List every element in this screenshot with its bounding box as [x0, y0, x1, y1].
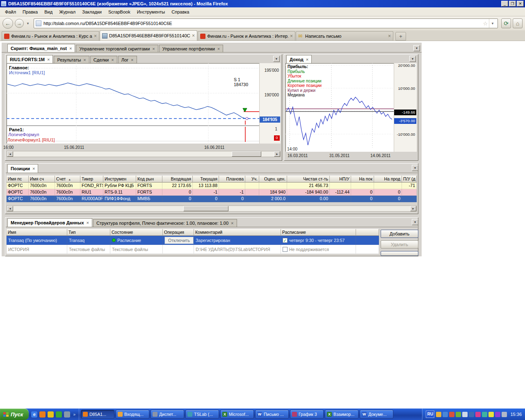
close-button[interactable]: ✕: [517, 1, 524, 7]
menu-item-Закладки[interactable]: Закладки: [79, 8, 105, 16]
tab-close-icon[interactable]: ×: [47, 57, 50, 62]
column-header[interactable]: На пок: [351, 176, 374, 183]
column-header[interactable]: Имя: [7, 229, 67, 236]
bookmark-star-icon[interactable]: ☆: [482, 21, 489, 27]
delete-provider-button[interactable]: Удалить: [381, 240, 418, 249]
column-header[interactable]: [356, 229, 379, 236]
add-provider-button[interactable]: Добавить: [381, 230, 418, 238]
window-titlebar[interactable]: D85A15DF8546EBBF4B9F0F5510140C6E (изобра…: [0, 0, 525, 7]
tslab-tab[interactable]: Управление портфелями×: [159, 45, 224, 52]
tab-close-icon[interactable]: ×: [94, 33, 97, 39]
column-header[interactable]: П/У (д: [402, 176, 417, 183]
menu-item-Справка[interactable]: Справка: [168, 8, 192, 16]
providers-tab-overflow-icon[interactable]: ▼: [412, 219, 418, 225]
tslab-tab[interactable]: RIU1:FORTS:1M×: [7, 55, 53, 64]
tray-firewall-icon[interactable]: [495, 412, 500, 417]
taskbar-button[interactable]: XВзаимор...: [325, 410, 358, 419]
start-button[interactable]: Пуск: [0, 409, 29, 420]
menu-item-Вид[interactable]: Вид: [41, 8, 56, 16]
provider-row[interactable]: Transaq (По умолчанию)TransaqРасписаниеО…: [7, 236, 379, 245]
disconnect-button[interactable]: Отключить: [164, 237, 194, 244]
chart-tab-overflow-icon[interactable]: ▼: [273, 56, 280, 62]
provider-row[interactable]: ИСТОРИЯТекстовые файлыТекстовые файлыD:\…: [7, 245, 379, 254]
url-dropdown-icon[interactable]: ▼: [489, 19, 496, 28]
column-header[interactable]: Расписание: [281, 229, 356, 236]
column-header[interactable]: НП/У: [330, 176, 351, 183]
column-header[interactable]: На прод: [374, 176, 402, 183]
history-dropdown-icon[interactable]: ▼: [25, 22, 30, 25]
language-indicator[interactable]: RU: [426, 411, 434, 418]
column-header[interactable]: Чистая ст-ть: [287, 176, 330, 183]
column-header[interactable]: Имя пс: [7, 176, 29, 183]
tslab-tab[interactable]: Структура портфеля, Плечо фактическое: 1…: [93, 219, 237, 227]
tray-network-icon[interactable]: [443, 412, 448, 417]
taskbar-button[interactable]: D85A1...: [81, 410, 114, 419]
tab-close-icon[interactable]: ×: [217, 46, 220, 51]
tab-close-icon[interactable]: ×: [111, 57, 114, 62]
chart-scrollbar[interactable]: ◄ ►: [7, 151, 281, 157]
url-bar[interactable]: http://tslab.comon.ru/D85A15DF8546EBBF4B…: [34, 18, 498, 28]
menu-item-Инструменты[interactable]: Инструменты: [134, 8, 169, 16]
quick-launch-media-icon[interactable]: [56, 411, 62, 418]
column-header[interactable]: Планова: [219, 176, 245, 183]
positions-row[interactable]: ФОРТС7600c0n7600c0nRIU1RTS-9.11FORTS0-1-…: [7, 189, 417, 196]
column-header[interactable]: Входящая: [162, 176, 193, 183]
tray-update-icon[interactable]: [456, 412, 461, 417]
column-header[interactable]: Состояние: [110, 229, 163, 236]
tslab-tab[interactable]: Управление торговлей скриптами×: [76, 45, 158, 52]
tab-close-icon[interactable]: ×: [152, 46, 155, 51]
menu-item-Файл[interactable]: Файл: [2, 8, 19, 16]
scroll-left-icon[interactable]: ◄: [7, 206, 13, 211]
quick-launch-mail-icon[interactable]: [48, 411, 54, 418]
menu-item-ScrapBook[interactable]: ScrapBook: [105, 8, 134, 16]
menu-item-Журнал[interactable]: Журнал: [56, 8, 79, 16]
tab-overflow-icon[interactable]: ▼: [413, 45, 420, 51]
tslab-tab[interactable]: Доход×: [286, 55, 312, 64]
column-header[interactable]: Инструмен: [103, 176, 136, 183]
schedule-checkbox[interactable]: ✓: [283, 238, 288, 243]
taskbar-button[interactable]: Входящ...: [116, 410, 149, 419]
browser-tab[interactable]: Финам.ru - Рынок и Аналитика : Интер...×: [198, 31, 295, 41]
back-button[interactable]: ←: [2, 18, 13, 29]
tray-display-icon[interactable]: [469, 412, 474, 417]
tab-close-icon[interactable]: ×: [388, 33, 391, 39]
tray-sync-icon[interactable]: [482, 412, 487, 417]
reload-button[interactable]: ⟳: [501, 18, 511, 28]
tab-close-icon[interactable]: ×: [131, 57, 133, 62]
partial-button[interactable]: [381, 251, 418, 256]
tray-agent-icon[interactable]: [475, 412, 481, 417]
quick-launch-firefox-icon[interactable]: [39, 411, 46, 418]
tslab-tab[interactable]: Результаты×: [54, 56, 89, 64]
column-header[interactable]: Операция: [163, 229, 194, 236]
taskbar-button[interactable]: WПисьмо ...: [255, 410, 289, 419]
quick-launch-desktop-icon[interactable]: [64, 411, 70, 418]
tray-mail-icon[interactable]: [436, 412, 441, 417]
url-text[interactable]: http://tslab.comon.ru/D85A15DF8546EBBF4B…: [43, 21, 482, 26]
tab-close-icon[interactable]: ×: [306, 57, 308, 62]
column-header[interactable]: Тикер: [80, 176, 103, 183]
tray-volume-icon[interactable]: [462, 412, 468, 417]
tslab-tab[interactable]: Менеджер Провайдеров Данных×: [7, 218, 92, 227]
browser-tab[interactable]: ✉Написать письмо×: [296, 31, 393, 41]
tslab-tab[interactable]: Лог×: [118, 56, 137, 64]
column-header[interactable]: Имя сч: [29, 176, 55, 183]
scrollbar-thumb[interactable]: [232, 151, 261, 157]
tab-close-icon[interactable]: ×: [83, 57, 86, 62]
tab-close-icon[interactable]: ×: [87, 220, 89, 225]
column-header[interactable]: Комментарий: [194, 229, 281, 236]
column-header[interactable]: Оцен. цен.: [259, 176, 287, 183]
positions-row[interactable]: ФОРТС7600c0n7600c0nRU000A0FПИФ1ФФондММВБ…: [7, 196, 417, 202]
minimize-button[interactable]: _: [501, 1, 508, 7]
positions-row[interactable]: ФОРТС7600c0n7600c0nFOND_RTSРубли РФ КЦБF…: [7, 183, 417, 189]
menu-item-Правка[interactable]: Правка: [19, 8, 41, 16]
positions-scrollbar[interactable]: ◄ ►: [7, 205, 417, 212]
tab-close-icon[interactable]: ×: [69, 46, 72, 51]
home-button[interactable]: ⌂: [513, 18, 523, 28]
quick-launch-chevron-icon[interactable]: »: [72, 412, 76, 417]
tslab-tab[interactable]: Сделки×: [90, 56, 117, 64]
scroll-right-icon[interactable]: ►: [410, 206, 416, 211]
browser-tab[interactable]: Финам.ru - Рынок и Аналитика : Курс а...…: [2, 31, 99, 41]
tab-close-icon[interactable]: ×: [290, 33, 293, 39]
tslab-tab[interactable]: Позиции×: [7, 164, 38, 173]
positions-tab-overflow-icon[interactable]: ▼: [412, 165, 418, 171]
